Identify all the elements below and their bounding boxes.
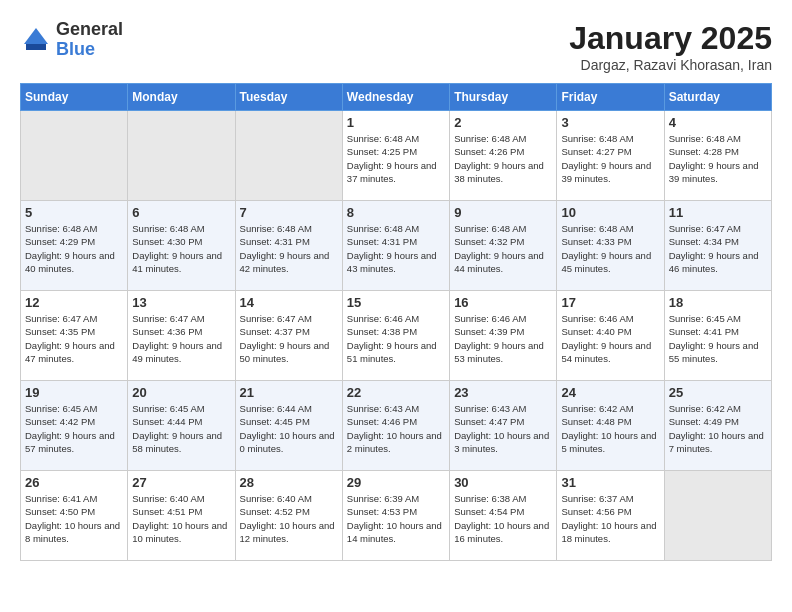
location: Dargaz, Razavi Khorasan, Iran bbox=[569, 57, 772, 73]
day-number: 21 bbox=[240, 385, 338, 400]
calendar-cell: 1Sunrise: 6:48 AM Sunset: 4:25 PM Daylig… bbox=[342, 111, 449, 201]
day-info: Sunrise: 6:46 AM Sunset: 4:38 PM Dayligh… bbox=[347, 312, 445, 365]
calendar-cell: 5Sunrise: 6:48 AM Sunset: 4:29 PM Daylig… bbox=[21, 201, 128, 291]
day-info: Sunrise: 6:45 AM Sunset: 4:41 PM Dayligh… bbox=[669, 312, 767, 365]
calendar-cell: 24Sunrise: 6:42 AM Sunset: 4:48 PM Dayli… bbox=[557, 381, 664, 471]
calendar-cell: 7Sunrise: 6:48 AM Sunset: 4:31 PM Daylig… bbox=[235, 201, 342, 291]
calendar-week-1: 1Sunrise: 6:48 AM Sunset: 4:25 PM Daylig… bbox=[21, 111, 772, 201]
day-number: 28 bbox=[240, 475, 338, 490]
day-info: Sunrise: 6:47 AM Sunset: 4:34 PM Dayligh… bbox=[669, 222, 767, 275]
day-of-week-saturday: Saturday bbox=[664, 84, 771, 111]
logo-general: General bbox=[56, 20, 123, 40]
logo-icon bbox=[20, 24, 52, 56]
day-of-week-sunday: Sunday bbox=[21, 84, 128, 111]
day-number: 6 bbox=[132, 205, 230, 220]
day-of-week-friday: Friday bbox=[557, 84, 664, 111]
calendar-cell: 16Sunrise: 6:46 AM Sunset: 4:39 PM Dayli… bbox=[450, 291, 557, 381]
day-number: 14 bbox=[240, 295, 338, 310]
day-info: Sunrise: 6:47 AM Sunset: 4:36 PM Dayligh… bbox=[132, 312, 230, 365]
calendar-cell: 30Sunrise: 6:38 AM Sunset: 4:54 PM Dayli… bbox=[450, 471, 557, 561]
day-number: 8 bbox=[347, 205, 445, 220]
day-info: Sunrise: 6:42 AM Sunset: 4:49 PM Dayligh… bbox=[669, 402, 767, 455]
day-of-week-monday: Monday bbox=[128, 84, 235, 111]
day-number: 24 bbox=[561, 385, 659, 400]
day-number: 12 bbox=[25, 295, 123, 310]
calendar-cell: 28Sunrise: 6:40 AM Sunset: 4:52 PM Dayli… bbox=[235, 471, 342, 561]
day-of-week-thursday: Thursday bbox=[450, 84, 557, 111]
day-number: 30 bbox=[454, 475, 552, 490]
day-number: 10 bbox=[561, 205, 659, 220]
calendar-cell bbox=[235, 111, 342, 201]
calendar-cell: 22Sunrise: 6:43 AM Sunset: 4:46 PM Dayli… bbox=[342, 381, 449, 471]
day-number: 9 bbox=[454, 205, 552, 220]
calendar-cell bbox=[664, 471, 771, 561]
calendar-cell: 14Sunrise: 6:47 AM Sunset: 4:37 PM Dayli… bbox=[235, 291, 342, 381]
calendar-cell: 31Sunrise: 6:37 AM Sunset: 4:56 PM Dayli… bbox=[557, 471, 664, 561]
day-number: 13 bbox=[132, 295, 230, 310]
day-number: 17 bbox=[561, 295, 659, 310]
day-number: 19 bbox=[25, 385, 123, 400]
calendar-cell bbox=[21, 111, 128, 201]
day-info: Sunrise: 6:41 AM Sunset: 4:50 PM Dayligh… bbox=[25, 492, 123, 545]
calendar-cell: 9Sunrise: 6:48 AM Sunset: 4:32 PM Daylig… bbox=[450, 201, 557, 291]
day-number: 4 bbox=[669, 115, 767, 130]
day-number: 23 bbox=[454, 385, 552, 400]
day-info: Sunrise: 6:38 AM Sunset: 4:54 PM Dayligh… bbox=[454, 492, 552, 545]
calendar-cell: 21Sunrise: 6:44 AM Sunset: 4:45 PM Dayli… bbox=[235, 381, 342, 471]
calendar-cell: 26Sunrise: 6:41 AM Sunset: 4:50 PM Dayli… bbox=[21, 471, 128, 561]
calendar-cell: 20Sunrise: 6:45 AM Sunset: 4:44 PM Dayli… bbox=[128, 381, 235, 471]
day-info: Sunrise: 6:48 AM Sunset: 4:33 PM Dayligh… bbox=[561, 222, 659, 275]
day-info: Sunrise: 6:43 AM Sunset: 4:46 PM Dayligh… bbox=[347, 402, 445, 455]
day-info: Sunrise: 6:48 AM Sunset: 4:29 PM Dayligh… bbox=[25, 222, 123, 275]
logo-text: General Blue bbox=[56, 20, 123, 60]
day-number: 1 bbox=[347, 115, 445, 130]
day-number: 25 bbox=[669, 385, 767, 400]
title-area: January 2025 Dargaz, Razavi Khorasan, Ir… bbox=[569, 20, 772, 73]
calendar-cell: 10Sunrise: 6:48 AM Sunset: 4:33 PM Dayli… bbox=[557, 201, 664, 291]
day-number: 15 bbox=[347, 295, 445, 310]
calendar-cell: 2Sunrise: 6:48 AM Sunset: 4:26 PM Daylig… bbox=[450, 111, 557, 201]
day-info: Sunrise: 6:46 AM Sunset: 4:39 PM Dayligh… bbox=[454, 312, 552, 365]
day-info: Sunrise: 6:48 AM Sunset: 4:30 PM Dayligh… bbox=[132, 222, 230, 275]
calendar-week-3: 12Sunrise: 6:47 AM Sunset: 4:35 PM Dayli… bbox=[21, 291, 772, 381]
calendar-cell: 23Sunrise: 6:43 AM Sunset: 4:47 PM Dayli… bbox=[450, 381, 557, 471]
calendar-cell: 6Sunrise: 6:48 AM Sunset: 4:30 PM Daylig… bbox=[128, 201, 235, 291]
calendar-week-5: 26Sunrise: 6:41 AM Sunset: 4:50 PM Dayli… bbox=[21, 471, 772, 561]
day-number: 11 bbox=[669, 205, 767, 220]
day-info: Sunrise: 6:39 AM Sunset: 4:53 PM Dayligh… bbox=[347, 492, 445, 545]
day-number: 20 bbox=[132, 385, 230, 400]
logo-blue: Blue bbox=[56, 40, 123, 60]
svg-rect-2 bbox=[26, 44, 46, 50]
day-info: Sunrise: 6:45 AM Sunset: 4:44 PM Dayligh… bbox=[132, 402, 230, 455]
day-number: 31 bbox=[561, 475, 659, 490]
day-info: Sunrise: 6:42 AM Sunset: 4:48 PM Dayligh… bbox=[561, 402, 659, 455]
calendar-cell: 27Sunrise: 6:40 AM Sunset: 4:51 PM Dayli… bbox=[128, 471, 235, 561]
day-of-week-tuesday: Tuesday bbox=[235, 84, 342, 111]
calendar-cell: 29Sunrise: 6:39 AM Sunset: 4:53 PM Dayli… bbox=[342, 471, 449, 561]
day-number: 2 bbox=[454, 115, 552, 130]
day-number: 22 bbox=[347, 385, 445, 400]
day-of-week-wednesday: Wednesday bbox=[342, 84, 449, 111]
calendar-cell: 19Sunrise: 6:45 AM Sunset: 4:42 PM Dayli… bbox=[21, 381, 128, 471]
day-number: 7 bbox=[240, 205, 338, 220]
day-info: Sunrise: 6:48 AM Sunset: 4:32 PM Dayligh… bbox=[454, 222, 552, 275]
day-info: Sunrise: 6:47 AM Sunset: 4:35 PM Dayligh… bbox=[25, 312, 123, 365]
day-number: 26 bbox=[25, 475, 123, 490]
calendar-cell: 4Sunrise: 6:48 AM Sunset: 4:28 PM Daylig… bbox=[664, 111, 771, 201]
day-info: Sunrise: 6:48 AM Sunset: 4:28 PM Dayligh… bbox=[669, 132, 767, 185]
day-info: Sunrise: 6:47 AM Sunset: 4:37 PM Dayligh… bbox=[240, 312, 338, 365]
day-number: 29 bbox=[347, 475, 445, 490]
day-info: Sunrise: 6:43 AM Sunset: 4:47 PM Dayligh… bbox=[454, 402, 552, 455]
day-info: Sunrise: 6:48 AM Sunset: 4:25 PM Dayligh… bbox=[347, 132, 445, 185]
calendar-cell bbox=[128, 111, 235, 201]
calendar-week-4: 19Sunrise: 6:45 AM Sunset: 4:42 PM Dayli… bbox=[21, 381, 772, 471]
logo: General Blue bbox=[20, 20, 123, 60]
calendar-cell: 12Sunrise: 6:47 AM Sunset: 4:35 PM Dayli… bbox=[21, 291, 128, 381]
day-info: Sunrise: 6:44 AM Sunset: 4:45 PM Dayligh… bbox=[240, 402, 338, 455]
day-info: Sunrise: 6:48 AM Sunset: 4:31 PM Dayligh… bbox=[347, 222, 445, 275]
svg-marker-1 bbox=[24, 28, 48, 44]
calendar-cell: 15Sunrise: 6:46 AM Sunset: 4:38 PM Dayli… bbox=[342, 291, 449, 381]
calendar-table: SundayMondayTuesdayWednesdayThursdayFrid… bbox=[20, 83, 772, 561]
day-info: Sunrise: 6:48 AM Sunset: 4:31 PM Dayligh… bbox=[240, 222, 338, 275]
calendar-cell: 3Sunrise: 6:48 AM Sunset: 4:27 PM Daylig… bbox=[557, 111, 664, 201]
